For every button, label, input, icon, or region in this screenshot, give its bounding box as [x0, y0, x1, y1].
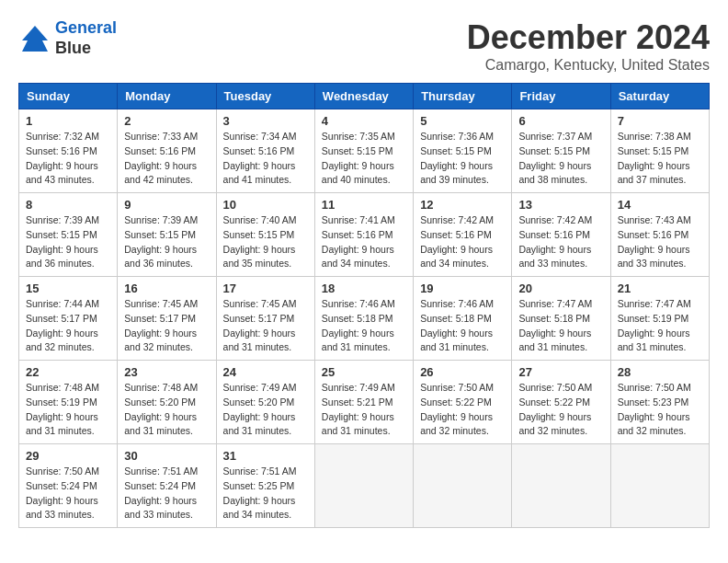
day-number: 19: [420, 282, 505, 295]
logo-line1: General: [55, 18, 117, 37]
day-number: 31: [223, 449, 308, 463]
day-cell-5: 5Sunrise: 7:36 AMSunset: 5:15 PMDaylight…: [414, 109, 512, 193]
day-cell-29: 29Sunrise: 7:50 AMSunset: 5:24 PMDayligh…: [19, 444, 118, 528]
day-cell-23: 23Sunrise: 7:48 AMSunset: 5:20 PMDayligh…: [118, 361, 216, 444]
week-row-4: 22Sunrise: 7:48 AMSunset: 5:19 PMDayligh…: [19, 361, 710, 444]
day-number: 5: [420, 114, 505, 128]
day-cell-15: 15Sunrise: 7:44 AMSunset: 5:17 PMDayligh…: [19, 277, 118, 361]
day-cell-31: 31Sunrise: 7:51 AMSunset: 5:25 PMDayligh…: [216, 444, 314, 528]
day-info: Sunrise: 7:51 AMSunset: 5:24 PMDaylight:…: [124, 465, 209, 523]
day-number: 27: [518, 365, 603, 379]
day-cell-13: 13Sunrise: 7:42 AMSunset: 5:16 PMDayligh…: [512, 193, 610, 277]
title-section: December 2024 Camargo, Kentucky, United …: [467, 18, 710, 74]
day-cell-17: 17Sunrise: 7:45 AMSunset: 5:17 PMDayligh…: [216, 277, 314, 361]
day-cell-2: 2Sunrise: 7:33 AMSunset: 5:16 PMDaylight…: [118, 109, 216, 193]
day-number: 20: [518, 282, 603, 295]
day-number: 23: [124, 365, 209, 379]
svg-marker-0: [22, 26, 48, 52]
day-cell-16: 16Sunrise: 7:45 AMSunset: 5:17 PMDayligh…: [118, 277, 216, 361]
weekday-header-friday: Friday: [512, 84, 610, 109]
logo-text: General Blue: [55, 18, 117, 58]
day-info: Sunrise: 7:33 AMSunset: 5:16 PMDaylight:…: [124, 130, 209, 188]
day-number: 11: [322, 198, 406, 212]
day-info: Sunrise: 7:40 AMSunset: 5:15 PMDaylight:…: [223, 213, 308, 271]
day-cell-20: 20Sunrise: 7:47 AMSunset: 5:18 PMDayligh…: [512, 277, 610, 361]
day-number: 12: [420, 198, 505, 212]
day-number: 16: [124, 282, 209, 295]
day-cell-9: 9Sunrise: 7:39 AMSunset: 5:15 PMDaylight…: [118, 193, 216, 277]
day-info: Sunrise: 7:48 AMSunset: 5:20 PMDaylight:…: [124, 381, 209, 439]
day-number: 4: [322, 114, 406, 128]
calendar-table: SundayMondayTuesdayWednesdayThursdayFrid…: [18, 83, 710, 528]
day-number: 7: [618, 114, 702, 128]
day-info: Sunrise: 7:43 AMSunset: 5:16 PMDaylight:…: [618, 213, 702, 271]
day-info: Sunrise: 7:41 AMSunset: 5:16 PMDaylight:…: [322, 213, 406, 271]
weekday-header-saturday: Saturday: [610, 84, 709, 109]
weekday-header-monday: Monday: [118, 84, 216, 109]
day-info: Sunrise: 7:46 AMSunset: 5:18 PMDaylight:…: [420, 297, 505, 355]
day-cell-10: 10Sunrise: 7:40 AMSunset: 5:15 PMDayligh…: [216, 193, 314, 277]
day-number: 26: [420, 365, 505, 379]
day-cell-28: 28Sunrise: 7:50 AMSunset: 5:23 PMDayligh…: [610, 361, 709, 444]
week-row-2: 8Sunrise: 7:39 AMSunset: 5:15 PMDaylight…: [19, 193, 710, 277]
day-info: Sunrise: 7:45 AMSunset: 5:17 PMDaylight:…: [124, 297, 209, 355]
day-number: 24: [223, 365, 308, 379]
day-number: 21: [618, 282, 702, 295]
day-cell-18: 18Sunrise: 7:46 AMSunset: 5:18 PMDayligh…: [314, 277, 413, 361]
day-cell-30: 30Sunrise: 7:51 AMSunset: 5:24 PMDayligh…: [118, 444, 216, 528]
day-cell-8: 8Sunrise: 7:39 AMSunset: 5:15 PMDaylight…: [19, 193, 118, 277]
day-number: 2: [124, 114, 209, 128]
day-info: Sunrise: 7:34 AMSunset: 5:16 PMDaylight:…: [223, 130, 308, 188]
day-cell-12: 12Sunrise: 7:42 AMSunset: 5:16 PMDayligh…: [414, 193, 512, 277]
day-cell-19: 19Sunrise: 7:46 AMSunset: 5:18 PMDayligh…: [414, 277, 512, 361]
day-number: 15: [26, 282, 110, 295]
month-title: December 2024: [467, 18, 710, 57]
calendar-header: SundayMondayTuesdayWednesdayThursdayFrid…: [19, 84, 710, 109]
calendar-body: 1Sunrise: 7:32 AMSunset: 5:16 PMDaylight…: [19, 109, 710, 528]
weekday-header-wednesday: Wednesday: [314, 84, 413, 109]
day-number: 13: [518, 198, 603, 212]
day-number: 9: [124, 198, 209, 212]
day-number: 14: [618, 198, 702, 212]
empty-cell: [414, 444, 512, 528]
empty-cell: [512, 444, 610, 528]
week-row-3: 15Sunrise: 7:44 AMSunset: 5:17 PMDayligh…: [19, 277, 710, 361]
day-info: Sunrise: 7:45 AMSunset: 5:17 PMDaylight:…: [223, 297, 308, 355]
weekday-header-tuesday: Tuesday: [216, 84, 314, 109]
day-cell-1: 1Sunrise: 7:32 AMSunset: 5:16 PMDaylight…: [19, 109, 118, 193]
day-cell-7: 7Sunrise: 7:38 AMSunset: 5:15 PMDaylight…: [610, 109, 709, 193]
day-number: 6: [518, 114, 603, 128]
day-cell-11: 11Sunrise: 7:41 AMSunset: 5:16 PMDayligh…: [314, 193, 413, 277]
day-number: 18: [322, 282, 406, 295]
logo-line2: Blue: [55, 39, 117, 59]
day-number: 17: [223, 282, 308, 295]
empty-cell: [314, 444, 413, 528]
day-info: Sunrise: 7:47 AMSunset: 5:19 PMDaylight:…: [618, 297, 702, 355]
day-cell-25: 25Sunrise: 7:49 AMSunset: 5:21 PMDayligh…: [314, 361, 413, 444]
day-info: Sunrise: 7:38 AMSunset: 5:15 PMDaylight:…: [618, 130, 702, 188]
day-info: Sunrise: 7:35 AMSunset: 5:15 PMDaylight:…: [322, 130, 406, 188]
day-cell-24: 24Sunrise: 7:49 AMSunset: 5:20 PMDayligh…: [216, 361, 314, 444]
day-info: Sunrise: 7:42 AMSunset: 5:16 PMDaylight:…: [518, 213, 603, 271]
weekday-header-row: SundayMondayTuesdayWednesdayThursdayFrid…: [19, 84, 710, 109]
day-number: 3: [223, 114, 308, 128]
day-number: 1: [26, 114, 110, 128]
day-info: Sunrise: 7:50 AMSunset: 5:22 PMDaylight:…: [518, 381, 603, 439]
day-info: Sunrise: 7:39 AMSunset: 5:15 PMDaylight:…: [124, 213, 209, 271]
empty-cell: [610, 444, 709, 528]
day-info: Sunrise: 7:51 AMSunset: 5:25 PMDaylight:…: [223, 465, 308, 523]
week-row-5: 29Sunrise: 7:50 AMSunset: 5:24 PMDayligh…: [19, 444, 710, 528]
day-info: Sunrise: 7:39 AMSunset: 5:15 PMDaylight:…: [26, 213, 110, 271]
weekday-header-sunday: Sunday: [19, 84, 118, 109]
day-cell-14: 14Sunrise: 7:43 AMSunset: 5:16 PMDayligh…: [610, 193, 709, 277]
day-cell-26: 26Sunrise: 7:50 AMSunset: 5:22 PMDayligh…: [414, 361, 512, 444]
day-number: 29: [26, 449, 110, 463]
day-info: Sunrise: 7:46 AMSunset: 5:18 PMDaylight:…: [322, 297, 406, 355]
week-row-1: 1Sunrise: 7:32 AMSunset: 5:16 PMDaylight…: [19, 109, 710, 193]
day-number: 28: [618, 365, 702, 379]
day-cell-27: 27Sunrise: 7:50 AMSunset: 5:22 PMDayligh…: [512, 361, 610, 444]
day-info: Sunrise: 7:49 AMSunset: 5:21 PMDaylight:…: [322, 381, 406, 439]
day-cell-21: 21Sunrise: 7:47 AMSunset: 5:19 PMDayligh…: [610, 277, 709, 361]
location-title: Camargo, Kentucky, United States: [467, 57, 710, 74]
day-info: Sunrise: 7:48 AMSunset: 5:19 PMDaylight:…: [26, 381, 110, 439]
